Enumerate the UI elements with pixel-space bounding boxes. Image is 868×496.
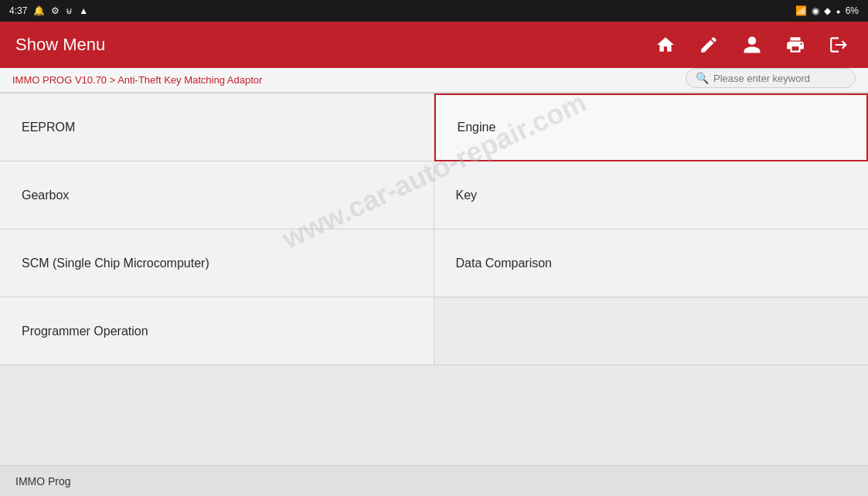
menu-item-programmer-operation[interactable]: Programmer Operation <box>0 297 434 365</box>
main-content: EEPROMEngineGearboxKeySCM (Single Chip M… <box>0 93 868 365</box>
battery-display: 6% <box>846 5 859 16</box>
menu-item-label-scm: SCM (Single Chip Microcomputer) <box>22 256 209 270</box>
bluetooth-icon: ⬥ <box>836 5 841 16</box>
exit-button[interactable] <box>825 31 853 59</box>
menu-item-label-programmer-operation: Programmer Operation <box>22 324 148 338</box>
time-display: 4:37 <box>9 5 27 16</box>
search-icon: 🔍 <box>696 72 709 84</box>
menu-item-empty-slot <box>434 297 869 365</box>
status-bar-right: 📶 ◉ ◆ ⬥ 6% <box>795 5 859 16</box>
menu-item-engine[interactable]: Engine <box>434 93 869 161</box>
menu-item-label-gearbox: Gearbox <box>22 189 69 202</box>
status-bar: 4:37 🔔 ⚙ ⊌ ▲ 📶 ◉ ◆ ⬥ 6% <box>0 0 868 22</box>
menu-item-gearbox[interactable]: Gearbox <box>0 161 434 229</box>
home-button[interactable] <box>652 31 679 59</box>
menu-item-data-comparison[interactable]: Data Comparison <box>434 229 869 297</box>
menu-item-label-key: Key <box>456 189 478 202</box>
bottom-bar: IMMO Prog <box>0 465 868 496</box>
status-bar-left: 4:37 🔔 ⚙ ⊌ ▲ <box>9 5 88 16</box>
notification-icon: 🔔 <box>33 5 45 16</box>
header: Show Menu <box>0 22 868 68</box>
search-bar[interactable]: 🔍 <box>686 68 856 88</box>
print-button[interactable] <box>781 31 809 59</box>
menu-item-label-engine: Engine <box>458 121 496 134</box>
vpn-icon: ◆ <box>824 5 831 16</box>
search-input[interactable] <box>713 73 846 84</box>
location-icon: ◉ <box>812 5 819 16</box>
breadcrumb: IMMO PROG V10.70 > Anti-Theft Key Matchi… <box>12 74 262 86</box>
menu-item-scm[interactable]: SCM (Single Chip Microcomputer) <box>0 229 434 297</box>
bottom-bar-label: IMMO Prog <box>15 475 71 488</box>
menu-item-label-eeprom: EEPROM <box>22 121 75 134</box>
menu-grid: EEPROMEngineGearboxKeySCM (Single Chip M… <box>0 93 868 365</box>
usb-icon: ⊌ <box>66 5 73 16</box>
user-button[interactable] <box>738 31 766 59</box>
menu-item-key[interactable]: Key <box>434 161 869 229</box>
header-icon-group <box>652 31 853 59</box>
edit-button[interactable] <box>695 31 723 59</box>
signal-icon: ▲ <box>79 5 88 16</box>
menu-item-label-data-comparison: Data Comparison <box>456 256 553 270</box>
page-title: Show Menu <box>15 35 105 55</box>
menu-item-eeprom[interactable]: EEPROM <box>0 93 434 161</box>
settings-icon: ⚙ <box>51 5 60 16</box>
wifi-icon: 📶 <box>795 5 807 16</box>
